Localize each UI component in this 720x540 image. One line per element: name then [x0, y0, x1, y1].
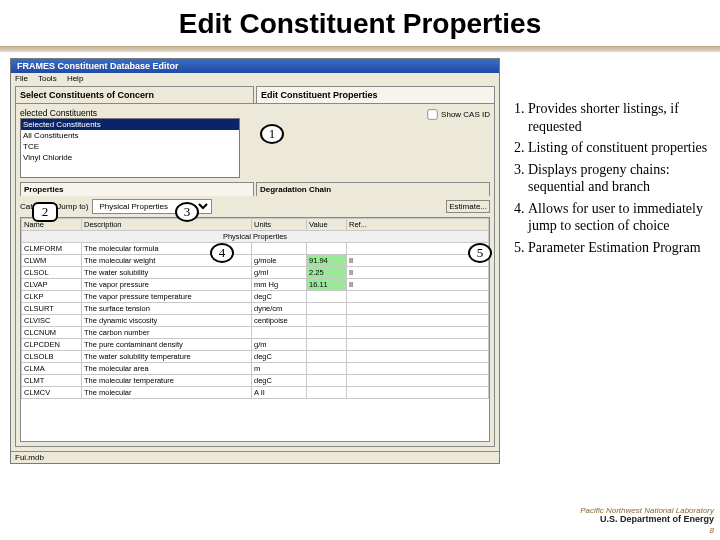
menu-file[interactable]: File [15, 74, 28, 83]
slide-title: Edit Constituent Properties [0, 0, 720, 42]
legend-item: Provides shorter listings, if requested [528, 100, 713, 135]
subtab-properties[interactable]: Properties [20, 182, 254, 196]
list-item[interactable]: Vinyl Chloride [21, 152, 239, 163]
table-row[interactable]: CLMAThe molecular aream [22, 363, 489, 375]
callout-5: 5 [468, 243, 492, 263]
callout-4: 4 [210, 243, 234, 263]
menu-tools[interactable]: Tools [38, 74, 57, 83]
menubar[interactable]: File Tools Help [11, 73, 499, 84]
table-row[interactable]: CLWMThe molecular weightg/mole91.94II [22, 255, 489, 267]
legend-item: Parameter Estimation Program [528, 239, 713, 257]
col-ref[interactable]: Ref... [347, 219, 489, 231]
app-window: FRAMES Constituent Database Editor File … [10, 58, 500, 464]
col-description[interactable]: Description [82, 219, 252, 231]
tab-edit-properties[interactable]: Edit Constituent Properties [256, 86, 495, 103]
list-item[interactable]: TCE [21, 141, 239, 152]
property-grid[interactable]: Name Description Units Value Ref... Phys… [20, 217, 490, 442]
legend-item: Allows for user to immediately jump to s… [528, 200, 713, 235]
menu-help[interactable]: Help [67, 74, 83, 83]
status-left: Fui.mdb [15, 453, 44, 462]
callout-2: 2 [32, 202, 58, 222]
list-label: elected Constituents [20, 108, 240, 118]
list-item[interactable]: Selected Constituents [21, 119, 239, 130]
table-row[interactable]: CLSOLBThe water solubility temperaturede… [22, 351, 489, 363]
show-cas-checkbox[interactable]: Show CAS ID [426, 110, 490, 119]
table-row[interactable]: CLPCDENThe pure contaminant densityg/m [22, 339, 489, 351]
window-titlebar: FRAMES Constituent Database Editor [11, 59, 499, 73]
col-value[interactable]: Value [307, 219, 347, 231]
table-row[interactable]: CLMCVThe molecularA II [22, 387, 489, 399]
estimate-button[interactable]: Estimate... [446, 200, 490, 213]
legend-item: Listing of constituent properties [528, 139, 713, 157]
subtab-degradation-chain[interactable]: Degradation Chain [256, 182, 490, 196]
table-row[interactable]: CLMTThe molecular temperaturedegC [22, 375, 489, 387]
footer: Pacific Northwest National Laboratory U.… [580, 507, 714, 536]
list-item[interactable]: All Constituents [21, 130, 239, 141]
legend: Provides shorter listings, if requested … [508, 100, 713, 260]
constituent-listbox[interactable]: Selected Constituents All Constituents T… [20, 118, 240, 178]
main-panel: elected Constituents Selected Constituen… [15, 103, 495, 447]
footer-doe: U.S. Department of Energy [580, 515, 714, 525]
page-number: 8 [710, 526, 714, 535]
table-row[interactable]: CLKPThe vapor pressure temperaturedegC [22, 291, 489, 303]
table-row[interactable]: CLMFORMThe molecular formula [22, 243, 489, 255]
decorative-bar [0, 46, 720, 52]
legend-item: Displays progeny chains: sequential and … [528, 161, 713, 196]
table-row[interactable]: CLVAPThe vapor pressuremm Hg16.11II [22, 279, 489, 291]
table-row[interactable]: CLSOLThe water solubilityg/ml2.25II [22, 267, 489, 279]
table-row[interactable]: CLSURTThe surface tensiondyne/cm [22, 303, 489, 315]
callout-1: 1 [260, 124, 284, 144]
col-units[interactable]: Units [252, 219, 307, 231]
table-row[interactable]: CLVISCThe dynamic viscositycentipoise [22, 315, 489, 327]
group-header: Physical Properties [22, 231, 489, 243]
table-row[interactable]: CLCNUMThe carbon number [22, 327, 489, 339]
callout-3: 3 [175, 202, 199, 222]
tab-select-constituents[interactable]: Select Constituents of Concern [15, 86, 254, 103]
